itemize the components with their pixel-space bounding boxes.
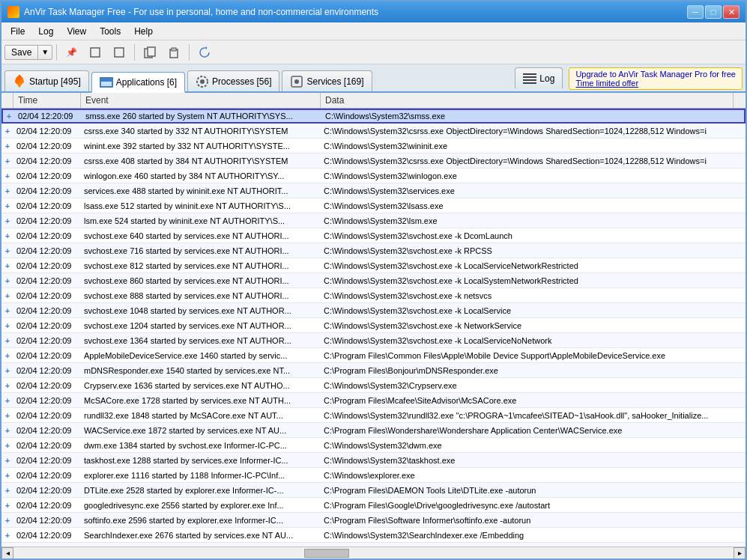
table-row[interactable]: + 02/04 12:20:09 lsm.exe 524 started by … (1, 213, 746, 228)
row-plus-icon: + (1, 410, 13, 421)
tab-log[interactable]: Log (515, 67, 563, 88)
save-label: Save (5, 46, 38, 59)
row-plus-icon: + (1, 500, 13, 511)
row-event: WACService.exe 1872 started by services.… (81, 425, 321, 436)
square-icon-1 (89, 46, 101, 58)
app-icon (7, 6, 19, 18)
horizontal-scrollbar[interactable]: ◂ ▸ (1, 547, 746, 559)
row-event: DTLite.exe 2528 started by explorer.exe … (81, 485, 321, 496)
table-row[interactable]: + 02/04 12:20:09 svchost.exe 1048 starte… (1, 303, 746, 318)
row-event: taskhost.exe 1288 started by services.ex… (81, 455, 321, 466)
row-plus-icon: + (1, 515, 13, 526)
hscroll-track[interactable] (25, 549, 722, 558)
row-data: C:\Windows\System32\svchost.exe -k Local… (321, 261, 746, 271)
toolbar-pin-button[interactable]: 📌 (61, 45, 82, 60)
menu-view[interactable]: View (61, 25, 92, 38)
row-time: 02/04 12:20:09 (13, 365, 81, 376)
row-data: C:\Windows\System32\lsass.exe (321, 201, 746, 211)
lines-icon (523, 73, 536, 84)
table-row[interactable]: + 02/04 12:20:09 explorer.exe 1116 start… (1, 468, 746, 483)
table-row[interactable]: + 02/04 12:20:09 svchost.exe 1204 starte… (1, 318, 746, 333)
row-event: winint.exe 392 started by 332 NT AUTHORI… (81, 141, 321, 151)
row-event: csrss.exe 408 started by 384 NT AUTHORIT… (81, 156, 321, 166)
tab-processes[interactable]: Processes [56] (187, 70, 279, 91)
table-row[interactable]: + 02/04 12:20:09 softinfo.exe 2596 start… (1, 513, 746, 528)
row-data: C:\Windows\explorer.exe (321, 470, 746, 481)
toolbar-btn-5[interactable] (163, 44, 185, 61)
row-data: C:\Windows\System32\smss.exe (322, 111, 744, 121)
table-row[interactable]: + 02/04 12:20:09 winlogon.exe 460 starte… (1, 168, 746, 183)
row-plus-icon: + (1, 365, 13, 376)
hscroll-thumb[interactable] (304, 549, 349, 558)
table-row[interactable]: + 02/04 12:20:09 McSACore.exe 1728 start… (1, 393, 746, 408)
table-row[interactable]: + 02/04 12:20:09 csrss.exe 340 started b… (1, 124, 746, 139)
table-row[interactable]: + 02/04 12:20:09 svchost.exe 1364 starte… (1, 333, 746, 348)
table-row[interactable]: + 02/04 12:20:09 SearchIndexer.exe 2676 … (1, 528, 746, 543)
menu-help[interactable]: Help (128, 25, 159, 38)
table-row[interactable]: + 02/04 12:20:09 mDNSResponder.exe 1540 … (1, 363, 746, 378)
table-row[interactable]: + 02/04 12:20:09 winint.exe 392 started … (1, 139, 746, 153)
row-time: 02/04 12:20:09 (13, 425, 81, 436)
table-row[interactable]: + 02/04 12:20:09 WACService.exe 1872 sta… (1, 423, 746, 438)
tab-services[interactable]: Services [169] (282, 70, 372, 91)
row-event: mDNSResponder.exe 1540 started by servic… (81, 365, 321, 376)
refresh-icon (199, 46, 211, 58)
upgrade-banner[interactable]: Upgrade to AnVir Task Manager Pro for fr… (569, 67, 743, 90)
table-row[interactable]: + 02/04 12:20:09 svchost.exe 888 started… (1, 288, 746, 303)
menu-tools[interactable]: Tools (94, 25, 127, 38)
table-row[interactable]: + 02/04 12:20:09 csrss.exe 408 started b… (1, 153, 746, 168)
table-row[interactable]: + 02/04 12:20:09 svchost.exe 812 started… (1, 258, 746, 273)
row-time: 02/04 12:20:09 (13, 141, 81, 151)
row-data: C:\Program Files\Software Informer\softi… (321, 515, 746, 526)
row-plus-icon: + (1, 201, 13, 211)
menu-log[interactable]: Log (32, 25, 59, 38)
toolbar-btn-3[interactable] (108, 44, 130, 61)
tab-startup[interactable]: Startup [495] (4, 70, 89, 91)
table-row[interactable]: + 02/04 12:20:09 DTLite.exe 2528 started… (1, 483, 746, 498)
row-plus-icon: + (1, 305, 13, 316)
row-time: 02/04 12:20:09 (13, 276, 81, 286)
row-plus-icon: + (1, 216, 13, 226)
row-plus-icon: + (1, 350, 13, 361)
row-data: C:\Windows\System32\lsm.exe (321, 216, 746, 226)
toolbar: Save ▼ 📌 (1, 40, 746, 64)
menu-file[interactable]: File (4, 25, 31, 38)
row-event: lsass.exe 512 started by wininit.exe NT … (81, 201, 321, 211)
table-row[interactable]: + 02/04 12:20:09 svchost.exe 716 started… (1, 243, 746, 258)
minimize-button[interactable]: ─ (687, 5, 704, 19)
hscroll-left-button[interactable]: ◂ (1, 547, 13, 559)
table-row[interactable]: + 02/04 12:20:09 lsass.exe 512 started b… (1, 198, 746, 213)
hscroll-right-button[interactable]: ▸ (734, 547, 746, 559)
table-row[interactable]: + 02/04 12:20:09 Crypserv.exe 1636 start… (1, 378, 746, 393)
table-row[interactable]: + 02/04 12:20:09 rundll32.exe 1848 start… (1, 408, 746, 423)
row-data: C:\Windows\System32\wininit.exe (321, 141, 746, 151)
log-tab-icon (523, 72, 536, 85)
header-data: Data (321, 93, 734, 108)
table-row[interactable]: + 02/04 12:20:09 services.exe 488 starte… (1, 183, 746, 198)
toolbar-btn-4[interactable] (139, 44, 161, 61)
save-dropdown-arrow[interactable]: ▼ (38, 46, 52, 58)
table-row[interactable]: + 02/04 12:20:09 svchost.exe 640 started… (1, 228, 746, 243)
table-row[interactable]: + 02/04 12:20:09 AppleMobileDeviceServic… (1, 348, 746, 363)
toolbar-btn-2[interactable] (84, 44, 106, 61)
menu-bar: File Log View Tools Help (1, 22, 746, 40)
toolbar-refresh-button[interactable] (193, 44, 216, 61)
maximize-button[interactable]: □ (705, 5, 722, 19)
table-row[interactable]: + 02/04 12:20:09 googledrivesync.exe 255… (1, 498, 746, 513)
row-plus-icon: + (1, 231, 13, 241)
close-button[interactable]: ✕ (723, 5, 740, 19)
row-plus-icon: + (1, 290, 13, 301)
table-body[interactable]: + 02/04 12:20:09 smss.exe 260 started by… (1, 109, 746, 547)
tab-applications[interactable]: Applications [6] (91, 72, 185, 93)
row-time: 02/04 12:20:09 (13, 515, 81, 526)
table-row[interactable]: + 02/04 12:20:09 taskhost.exe 1288 start… (1, 453, 746, 468)
table-row[interactable]: + 02/04 12:20:09 smss.exe 260 started by… (1, 109, 746, 124)
save-button[interactable]: Save ▼ (4, 45, 52, 60)
row-time: 02/04 12:20:09 (13, 530, 81, 541)
table-row[interactable]: + 02/04 12:20:09 svchost.exe 860 started… (1, 273, 746, 288)
table-row[interactable]: + 02/04 12:20:09 dwm.exe 1384 started by… (1, 438, 746, 453)
row-event: McSACore.exe 1728 started by services.ex… (81, 395, 321, 406)
row-time: 02/04 12:20:09 (13, 320, 81, 331)
row-data: C:\Windows\System32\services.exe (321, 186, 746, 196)
row-plus-icon: + (1, 455, 13, 466)
